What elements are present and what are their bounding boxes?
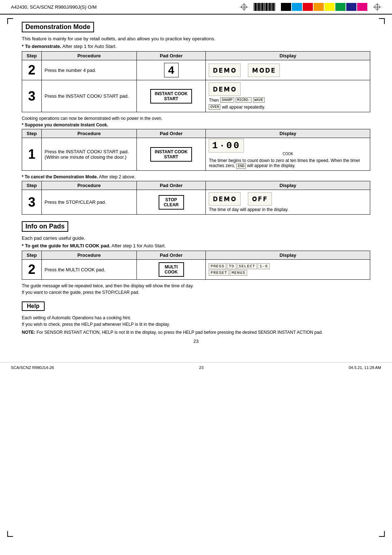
th-pad-order-3: Pad Order	[136, 181, 206, 190]
pad-order-3b: STOP CLEAR	[136, 190, 206, 215]
multi-line2: COOK	[163, 270, 180, 275]
time-note: The time of day will appear in the displ…	[209, 207, 367, 212]
guide-note2: If you want to cancel the guide, press t…	[22, 290, 370, 295]
main-content: Demonstration Mode This feature is mainl…	[0, 15, 392, 355]
crosshair-left-icon	[240, 3, 248, 11]
header: A42430, SCA/SCNZ R980J/990J(S) O/M	[0, 0, 392, 15]
th-display-1: Display	[206, 52, 370, 60]
pad-order-2: 4	[136, 60, 206, 80]
table-row: 3 Press the STOP/CLEAR pad. STOP CLEAR ᴅ…	[22, 190, 370, 215]
th-step-3: Step	[22, 181, 42, 190]
demo-table-1: Step Procedure Pad Order Display 2 Press…	[22, 51, 370, 112]
display-2-pads: PRESS TO SELECT 1-6 PRESET MENUS	[206, 260, 370, 280]
footer-right: 04.5.21, 11:28 AM	[349, 365, 381, 370]
note-text-content: For SENSOR INSTANT ACTION, HELP is not l…	[37, 330, 323, 335]
step-2-cell: 2	[22, 60, 42, 80]
color-green	[335, 3, 346, 11]
pads-table: Step Procedure Pad Order Display 2 Press…	[22, 251, 370, 280]
display-row2: PRESET MENUS	[209, 270, 367, 276]
th-step-pads: Step	[22, 251, 42, 260]
sharp-box: SHARP	[220, 97, 234, 103]
th-pad-order-pads: Pad Order	[136, 251, 206, 260]
display-3b: ᴅᴇᴍᴏ ᴏꜰꜰ The time of day will appear in …	[206, 190, 370, 215]
info-on-pads-section: Info on Pads Each pad carries useful gui…	[22, 221, 370, 295]
demo-table-3: Step Procedure Pad Order Display 3 Press…	[22, 181, 370, 215]
stop-clear-pad[interactable]: STOP CLEAR	[159, 195, 184, 210]
th-step-2: Step	[22, 129, 42, 138]
demo-mode-title: Demonstration Mode	[22, 22, 94, 32]
step-1-cell: 1	[22, 138, 42, 171]
th-procedure-pads: Procedure	[41, 251, 136, 260]
procedure-3: Press the INSTANT COOK/ START pad.	[41, 80, 136, 112]
color-pink	[357, 3, 367, 11]
table-row: 2 Press the number 4 pad. 4 ᴅᴇᴍᴏ ᴍᴏᴅᴇ	[22, 60, 370, 80]
cooking-note: Cooking operations can now be demonstrat…	[22, 116, 370, 121]
color-orange	[314, 3, 324, 11]
page: A42430, SCA/SCNZ R980J/990J(S) O/M	[0, 0, 392, 555]
color-cyan	[292, 3, 302, 11]
color-black	[281, 3, 291, 11]
table-row: 3 Press the INSTANT COOK/ START pad. INS…	[22, 80, 370, 112]
pad-line1: INSTANT COOK	[155, 91, 187, 96]
wave-box: WAVE	[253, 97, 265, 103]
multi-line1: MULTI	[163, 264, 180, 270]
help-note1: Each setting of Automatic Operations has…	[22, 315, 370, 320]
cancel-note: * To cancel the Demonstration Mode. Afte…	[22, 174, 370, 179]
procedure-2-pads: Press the MULTI COOK pad.	[41, 260, 136, 280]
guide-note1: The guide message will be repeated twice…	[22, 283, 370, 288]
note-bold-label: NOTE:	[22, 330, 35, 335]
page-number: 23	[22, 339, 370, 344]
color-blocks	[281, 3, 367, 11]
instant-cook-note: * Suppose you demonstrate Instant Cook.	[22, 122, 370, 127]
pad2-line1: INSTANT COOK	[155, 149, 187, 154]
footer-center: 23	[199, 365, 204, 370]
pad2-line2: START	[155, 154, 187, 159]
oven-row: OVEN will appear repeatedly.	[209, 104, 265, 110]
micro-box: MICRO-	[236, 97, 252, 103]
pad-order-2-pads: MULTI COOK	[136, 260, 206, 280]
th-pad-order-1: Pad Order	[136, 52, 206, 60]
multi-cook-pad[interactable]: MULTI COOK	[159, 262, 184, 277]
number-4-display: 4	[164, 63, 179, 77]
procedure-2: Press the number 4 pad.	[41, 60, 136, 80]
table-row: 1 Press the INSTANT COOK/ START pad. (Wi…	[22, 138, 370, 171]
display-3: ᴅᴇᴍᴏ Then SHARP MICRO- WAVE OVEN will ap	[206, 80, 370, 112]
th-procedure-1: Procedure	[41, 52, 136, 60]
display-1b: 1·00 COOK The timer begins to count down…	[206, 138, 370, 171]
help-section: Help Each setting of Automatic Operation…	[22, 301, 370, 335]
instant-cook-start-pad[interactable]: INSTANT COOK START	[150, 89, 192, 104]
demo-mode-display: ᴅᴇᴍᴏ ᴍᴏᴅᴇ	[209, 64, 367, 77]
auto-start-note: * To demonstrate. After step 1 for Auto …	[22, 44, 370, 49]
color-red	[303, 3, 313, 11]
footer-left: SCA/SCNZ R980J14-26	[11, 365, 54, 370]
multi-display: PRESS TO SELECT 1-6 PRESET MENUS	[209, 263, 367, 276]
footer: SCA/SCNZ R980J14-26 23 04.5.21, 11:28 AM	[0, 362, 392, 373]
select-box: SELECT	[237, 263, 257, 269]
procedure-3b: Press the STOP/CLEAR pad.	[41, 190, 136, 215]
step-2-pads-cell: 2	[22, 260, 42, 280]
demonstration-mode-section: Demonstration Mode This feature is mainl…	[22, 22, 370, 215]
demo-word-left: ᴅᴇᴍᴏ	[209, 64, 241, 77]
th-display-pads: Display	[206, 251, 370, 260]
header-title: A42430, SCA/SCNZ R980J/990J(S) O/M	[11, 4, 97, 10]
step-3b-cell: 3	[22, 190, 42, 215]
help-bold-note: NOTE: For SENSOR INSTANT ACTION, HELP is…	[22, 330, 370, 335]
pad-line2: START	[155, 96, 187, 101]
step-3-cell: 3	[22, 80, 42, 112]
help-note2: If you wish to check, press the HELP pad…	[22, 322, 370, 327]
barcode-left	[254, 3, 275, 11]
display-row1: PRESS TO SELECT 1-6	[209, 263, 367, 269]
preset-box: PRESET	[209, 270, 229, 276]
th-step-1: Step	[22, 52, 42, 60]
demo-word-right: ᴍᴏᴅᴇ	[248, 64, 280, 77]
off-word: ᴏꜰꜰ	[248, 192, 272, 206]
auto-start-label: * To demonstrate. After step 1 for Auto …	[22, 44, 117, 49]
color-yellow	[324, 3, 335, 11]
demo-display-3: ᴅᴇᴍᴏ Then SHARP MICRO- WAVE OVEN will ap	[209, 82, 367, 110]
demo-table-2: Step Procedure Pad Order Display 1 Press…	[22, 129, 370, 171]
instant-cook-start-pad-2[interactable]: INSTANT COOK START	[150, 147, 192, 162]
th-pad-order-2b: Pad Order	[136, 129, 206, 138]
procedure-1: Press the INSTANT COOK/ START pad. (With…	[41, 138, 136, 171]
th-procedure-2b: Procedure	[41, 129, 136, 138]
crosshair-right-icon	[373, 3, 381, 11]
